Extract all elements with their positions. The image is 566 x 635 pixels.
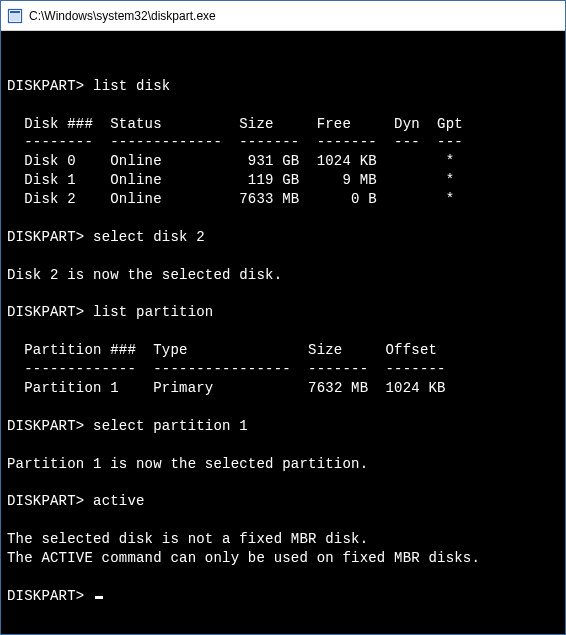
sep: ------- bbox=[317, 134, 377, 150]
disk-status: Online bbox=[110, 191, 162, 207]
message: Partition 1 is now the selected partitio… bbox=[7, 456, 368, 472]
prompt: DISKPART> bbox=[7, 229, 84, 245]
message: Disk 2 is now the selected disk. bbox=[7, 267, 282, 283]
part-type: Primary bbox=[153, 380, 213, 396]
disk-id: Disk 0 bbox=[24, 153, 76, 169]
prompt: DISKPART> bbox=[7, 493, 84, 509]
col-dyn: Dyn bbox=[394, 116, 420, 132]
sep: --- bbox=[394, 134, 420, 150]
prompt: DISKPART> bbox=[7, 588, 84, 604]
disk-free: 1024 KB bbox=[317, 153, 377, 169]
disk-status: Online bbox=[110, 153, 162, 169]
disk-id: Disk 1 bbox=[24, 172, 76, 188]
disk-size: 931 GB bbox=[248, 153, 300, 169]
command: list disk bbox=[93, 78, 170, 94]
col-disk: Disk ### bbox=[24, 116, 93, 132]
col-size: Size bbox=[239, 116, 273, 132]
blank-line bbox=[7, 59, 16, 75]
col-status: Status bbox=[110, 116, 162, 132]
error-message: The selected disk is not a fixed MBR dis… bbox=[7, 531, 368, 547]
col-size: Size bbox=[308, 342, 342, 358]
sep: ------------- bbox=[110, 134, 222, 150]
disk-free: 9 MB bbox=[342, 172, 376, 188]
disk-free: 0 B bbox=[351, 191, 377, 207]
disk-size: 119 GB bbox=[248, 172, 300, 188]
window-titlebar[interactable]: C:\Windows\system32\diskpart.exe bbox=[1, 1, 565, 31]
sep: ---------------- bbox=[153, 361, 291, 377]
part-size: 7632 MB bbox=[308, 380, 368, 396]
command: select disk 2 bbox=[93, 229, 205, 245]
part-offset: 1024 KB bbox=[386, 380, 446, 396]
col-offset: Offset bbox=[385, 342, 437, 358]
prompt: DISKPART> bbox=[7, 304, 84, 320]
sep: --- bbox=[437, 134, 463, 150]
svg-rect-1 bbox=[10, 11, 20, 13]
col-type: Type bbox=[153, 342, 187, 358]
command: select partition 1 bbox=[93, 418, 248, 434]
disk-size: 7633 MB bbox=[239, 191, 299, 207]
app-icon bbox=[7, 8, 23, 24]
terminal-output[interactable]: DISKPART> list disk Disk ### Status Size… bbox=[1, 31, 565, 634]
window-title: C:\Windows\system32\diskpart.exe bbox=[29, 9, 216, 23]
prompt: DISKPART> bbox=[7, 78, 84, 94]
error-message: The ACTIVE command can only be used on f… bbox=[7, 550, 480, 566]
command: list partition bbox=[93, 304, 213, 320]
sep: ------------- bbox=[24, 361, 136, 377]
sep: -------- bbox=[24, 134, 93, 150]
sep: ------- bbox=[385, 361, 445, 377]
disk-gpt: * bbox=[446, 153, 455, 169]
disk-id: Disk 2 bbox=[24, 191, 76, 207]
part-id: Partition 1 bbox=[24, 380, 119, 396]
cursor bbox=[95, 596, 103, 599]
disk-status: Online bbox=[110, 172, 162, 188]
disk-gpt: * bbox=[446, 191, 455, 207]
sep: ------- bbox=[239, 134, 299, 150]
svg-rect-2 bbox=[10, 14, 20, 21]
col-part: Partition ### bbox=[24, 342, 136, 358]
command: active bbox=[93, 493, 145, 509]
prompt: DISKPART> bbox=[7, 418, 84, 434]
disk-gpt: * bbox=[446, 172, 455, 188]
col-free: Free bbox=[317, 116, 351, 132]
col-gpt: Gpt bbox=[437, 116, 463, 132]
sep: ------- bbox=[308, 361, 368, 377]
